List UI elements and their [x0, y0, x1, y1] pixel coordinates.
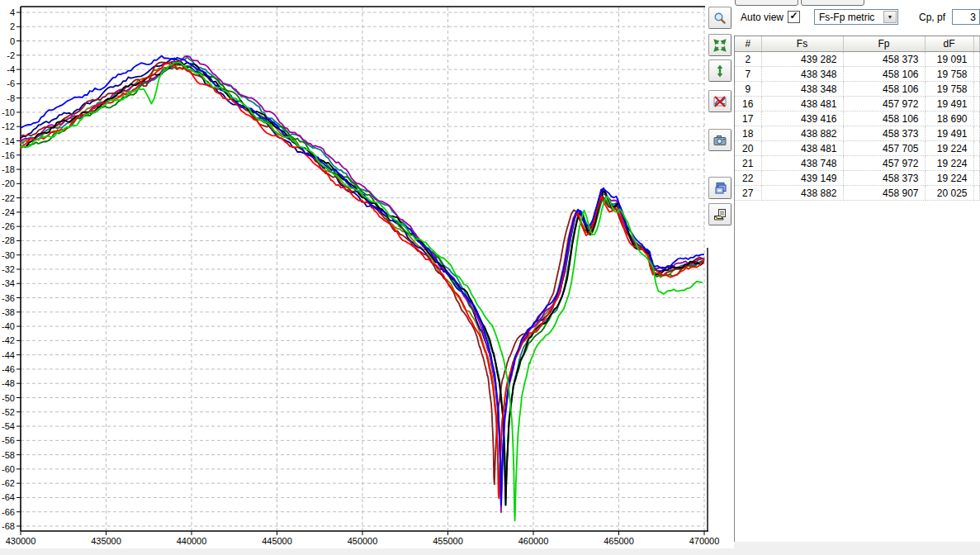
vertical-scale-button[interactable]	[708, 59, 731, 82]
table-cell: 458 106	[843, 82, 925, 97]
fit-view-icon	[713, 39, 727, 52]
clear-plots-button[interactable]	[708, 90, 731, 112]
table-cell: 439 282	[761, 52, 843, 67]
table-cell	[973, 186, 980, 201]
svg-text:460000: 460000	[518, 536, 549, 546]
table-cell: 438 882	[761, 186, 843, 201]
svg-text:455000: 455000	[433, 536, 463, 546]
svg-text:-68: -68	[2, 521, 15, 531]
print-button[interactable]	[708, 203, 731, 225]
svg-text:445000: 445000	[262, 536, 292, 546]
table-cell: 458 373	[843, 52, 925, 67]
bottom-strip-right	[734, 542, 980, 555]
vertical-scale-icon	[713, 64, 727, 78]
svg-text:4: 4	[10, 7, 15, 17]
svg-text:-56: -56	[2, 435, 15, 445]
svg-text:-38: -38	[2, 307, 15, 317]
trace-20	[21, 61, 702, 484]
table-cell: 438 748	[761, 156, 843, 171]
svg-text:-28: -28	[2, 235, 15, 245]
auto-view-label: Auto view	[741, 10, 784, 26]
chevron-down-icon[interactable]: ▼	[883, 11, 897, 23]
table-cell	[973, 52, 980, 67]
table-row[interactable]: 17439 416458 10618 690	[735, 111, 980, 126]
svg-text:-14: -14	[2, 136, 15, 146]
table-cell	[973, 171, 980, 186]
col-header-fs[interactable]: Fs	[761, 36, 843, 52]
print-icon	[713, 208, 727, 221]
svg-text:430000: 430000	[6, 536, 36, 546]
svg-text:470000: 470000	[689, 536, 720, 546]
col-header-df[interactable]: dF	[925, 36, 973, 52]
col-header-index[interactable]: #	[735, 36, 761, 52]
table-cell: 17	[735, 111, 761, 126]
svg-text:465000: 465000	[604, 536, 634, 546]
table-row[interactable]: 20438 481457 70519 224	[735, 141, 980, 156]
top-button-1[interactable]	[735, 0, 798, 6]
svg-text:-4: -4	[7, 64, 15, 74]
table-cell: 22	[735, 171, 761, 186]
svg-text:435000: 435000	[91, 536, 121, 546]
table-cell: 16	[735, 97, 761, 111]
table-row[interactable]: 21438 748457 97219 224	[735, 156, 980, 171]
svg-text:-52: -52	[2, 407, 15, 417]
table-row[interactable]: 27438 882458 90720 025	[735, 186, 980, 201]
table-header-row: # Fs Fp dF	[735, 36, 980, 52]
cp-label: Cp, pf	[919, 10, 945, 26]
zoom-button[interactable]	[708, 7, 731, 29]
svg-text:-2: -2	[7, 50, 15, 60]
check-icon: ✓	[789, 10, 798, 21]
trace-27	[21, 62, 702, 520]
fit-view-button[interactable]	[708, 34, 731, 56]
copy-button[interactable]	[708, 177, 731, 199]
svg-text:-32: -32	[2, 264, 15, 274]
cp-input[interactable]	[952, 9, 980, 25]
table-cell: 19 224	[925, 171, 973, 186]
svg-text:-8: -8	[7, 93, 15, 103]
table-cell: 18 690	[925, 111, 973, 126]
table-row[interactable]: 9438 348458 10619 758	[735, 82, 980, 97]
svg-text:-40: -40	[2, 321, 15, 331]
svg-text:-62: -62	[2, 478, 15, 488]
svg-text:-60: -60	[2, 464, 15, 474]
top-button-2[interactable]	[801, 0, 864, 6]
metric-dropdown[interactable]: Fs-Fp metric ▼	[814, 9, 898, 25]
svg-text:-48: -48	[2, 378, 15, 388]
results-table: # Fs Fp dF 2439 282458 37319 0917438 348…	[735, 36, 980, 201]
table-cell: 438 348	[761, 67, 843, 82]
axis-labels: 420-2-4-6-8-10-12-14-16-18-20-22-24-26-2…	[2, 7, 719, 546]
table-cell: 20	[735, 141, 761, 156]
col-header-fp[interactable]: Fp	[843, 36, 925, 52]
frequency-response-chart[interactable]: 420-2-4-6-8-10-12-14-16-18-20-22-24-26-2…	[0, 0, 734, 555]
svg-text:-44: -44	[2, 350, 15, 360]
table-cell	[973, 141, 980, 156]
table-cell: 19 491	[925, 97, 973, 111]
svg-text:-24: -24	[2, 207, 15, 217]
svg-text:-64: -64	[2, 492, 15, 502]
svg-text:-16: -16	[2, 150, 15, 160]
svg-text:-30: -30	[2, 250, 15, 260]
plot-frame	[21, 7, 708, 531]
table-cell: 27	[735, 186, 761, 201]
table-row[interactable]: 2439 282458 37319 091	[735, 52, 980, 67]
table-cell: 19 224	[925, 156, 973, 171]
svg-text:-20: -20	[2, 178, 15, 188]
table-cell: 19 758	[925, 82, 973, 97]
table-row[interactable]: 16438 481457 97219 491	[735, 97, 980, 111]
table-cell: 438 481	[761, 97, 843, 111]
snapshot-button[interactable]	[708, 129, 731, 151]
auto-view-checkbox[interactable]: ✓	[788, 11, 800, 23]
svg-text:-10: -10	[2, 107, 15, 117]
table-row[interactable]: 7438 348458 10619 758	[735, 67, 980, 82]
table-cell: 457 972	[843, 97, 925, 111]
table-row[interactable]: 18438 882458 37319 491	[735, 126, 980, 141]
table-cell: 19 491	[925, 126, 973, 141]
camera-icon	[713, 134, 727, 147]
table-row[interactable]: 22439 149458 37319 224	[735, 171, 980, 186]
copy-icon	[713, 182, 727, 195]
table-cell: 438 481	[761, 141, 843, 156]
table-cell: 458 106	[843, 67, 925, 82]
table-cell: 438 348	[761, 82, 843, 97]
chart-panel[interactable]: 420-2-4-6-8-10-12-14-16-18-20-22-24-26-2…	[0, 0, 734, 555]
trace-22	[21, 65, 703, 498]
